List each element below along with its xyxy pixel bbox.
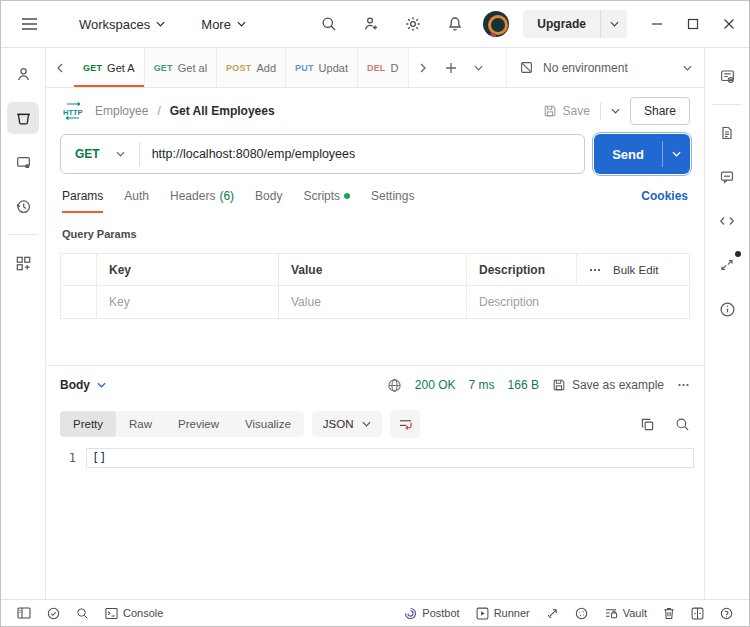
chevron-down-icon — [237, 21, 246, 27]
invite-button[interactable] — [357, 10, 385, 38]
tab-params-label: Params — [62, 189, 103, 203]
send-options-button[interactable] — [663, 134, 690, 174]
status-badge[interactable]: 200 OK — [415, 378, 456, 392]
response-more-options-button[interactable] — [677, 383, 690, 387]
method-selector[interactable]: GET — [61, 147, 139, 161]
tab-add-employee[interactable]: POST Add — [217, 48, 286, 87]
user-icon — [15, 66, 32, 83]
tab-update-employee[interactable]: PUT Updat — [286, 48, 358, 87]
tab-scripts[interactable]: Scripts — [303, 189, 350, 213]
related-requests-button[interactable] — [711, 249, 743, 281]
description-input[interactable]: Description — [467, 286, 689, 318]
capture-requests-button[interactable] — [540, 603, 565, 624]
search-response-button[interactable] — [675, 417, 690, 432]
wrap-lines-icon — [398, 418, 413, 431]
view-pretty[interactable]: Pretty — [60, 411, 116, 437]
response-code-editor[interactable]: 1 [] — [46, 444, 704, 599]
view-preview[interactable]: Preview — [165, 411, 232, 437]
tab-body[interactable]: Body — [255, 189, 282, 213]
sidebar-item-environments[interactable] — [7, 146, 39, 178]
search-icon — [675, 417, 690, 432]
tab-auth[interactable]: Auth — [124, 189, 149, 213]
more-menu[interactable]: More — [193, 11, 254, 38]
trash-button[interactable] — [657, 603, 681, 624]
value-input[interactable]: Value — [279, 286, 467, 318]
settings-button[interactable] — [399, 10, 427, 38]
tab-params[interactable]: Params — [62, 189, 103, 213]
save-icon — [552, 378, 566, 392]
documentation-button[interactable] — [711, 117, 743, 149]
send-button[interactable]: Send — [594, 134, 662, 174]
save-button[interactable]: Save — [543, 104, 590, 118]
comments-button[interactable] — [711, 161, 743, 193]
sidebar-item-collections[interactable] — [7, 102, 39, 134]
sidebar-item-explore[interactable] — [7, 247, 39, 279]
share-button[interactable]: Share — [630, 97, 690, 125]
bulk-edit-button[interactable]: Bulk Edit — [613, 264, 658, 276]
view-raw[interactable]: Raw — [116, 411, 165, 437]
environment-label: No environment — [543, 61, 628, 75]
workspaces-menu[interactable]: Workspaces — [71, 11, 173, 38]
runner-button[interactable]: Runner — [470, 603, 536, 624]
sidebar-item-history[interactable] — [7, 190, 39, 222]
tab-method: POST — [226, 63, 251, 73]
status-check-button[interactable] — [41, 603, 66, 624]
response-time[interactable]: 7 ms — [469, 378, 495, 392]
send-split-button: Send — [594, 134, 690, 174]
wrap-lines-button[interactable] — [390, 410, 420, 438]
breadcrumb-collection[interactable]: Employee — [95, 104, 148, 118]
close-button[interactable] — [723, 18, 735, 30]
tab-get-all-employees[interactable]: GET Get A — [74, 48, 145, 87]
environment-quick-look-button[interactable] — [711, 60, 743, 92]
tab-options-button[interactable] — [465, 48, 493, 87]
info-icon — [719, 301, 736, 318]
vault-button[interactable]: Vault — [598, 603, 653, 624]
response-size[interactable]: 166 B — [508, 378, 539, 392]
new-tab-button[interactable] — [437, 48, 465, 87]
find-button[interactable] — [70, 603, 95, 624]
toggle-sidebar-button[interactable] — [11, 603, 37, 623]
two-pane-view-button[interactable] — [685, 603, 710, 624]
tabs-scroll-right-button[interactable] — [409, 48, 437, 87]
tab-delete-employee[interactable]: DEL D — [358, 48, 409, 87]
key-input[interactable]: Key — [97, 286, 279, 318]
format-dropdown[interactable]: JSON — [312, 411, 383, 437]
request-info-button[interactable] — [711, 293, 743, 325]
avatar[interactable] — [483, 11, 509, 37]
tab-get-employee[interactable]: GET Get al — [145, 48, 217, 87]
main-menu-button[interactable] — [15, 10, 43, 38]
tabs-scroll-left-button[interactable] — [46, 48, 74, 87]
request-config-tabs: Params Auth Headers (6) Body Scripts Se — [46, 185, 704, 219]
sidebar-item-user[interactable] — [7, 58, 39, 90]
workspaces-label: Workspaces — [79, 17, 150, 32]
maximize-button[interactable] — [687, 18, 699, 30]
http-request-icon: HTTP — [60, 101, 86, 121]
breadcrumb-request-name[interactable]: Get All Employees — [170, 104, 275, 118]
search-button[interactable] — [315, 10, 343, 38]
cookies-link[interactable]: Cookies — [641, 189, 688, 203]
right-sidebar — [704, 48, 749, 599]
environment-selector[interactable]: No environment — [506, 48, 704, 87]
postbot-button[interactable]: Postbot — [398, 603, 465, 624]
url-input[interactable]: http://localhost:8080/emp/employees — [140, 147, 585, 161]
notifications-button[interactable] — [441, 10, 469, 38]
console-button[interactable]: Console — [99, 603, 169, 624]
code-snippet-button[interactable] — [711, 205, 743, 237]
copy-button[interactable] — [640, 417, 655, 432]
response-body-label: Body — [60, 378, 90, 392]
save-options-button[interactable] — [611, 108, 620, 114]
code-line[interactable]: [] — [86, 448, 694, 468]
minimize-button[interactable] — [651, 18, 663, 30]
save-as-example-button[interactable]: Save as example — [552, 378, 664, 392]
chevron-down-icon — [362, 421, 371, 427]
help-button[interactable] — [714, 603, 739, 624]
view-visualize[interactable]: Visualize — [232, 411, 304, 437]
upgrade-dropdown-button[interactable] — [601, 10, 627, 38]
response-body-dropdown[interactable]: Body — [60, 378, 106, 392]
vault-icon — [604, 607, 618, 620]
more-options-icon[interactable] — [589, 268, 601, 272]
upgrade-button[interactable]: Upgrade — [523, 10, 600, 38]
tab-settings[interactable]: Settings — [371, 189, 414, 213]
cookies-manager-button[interactable] — [569, 603, 594, 624]
tab-headers[interactable]: Headers (6) — [170, 189, 234, 213]
